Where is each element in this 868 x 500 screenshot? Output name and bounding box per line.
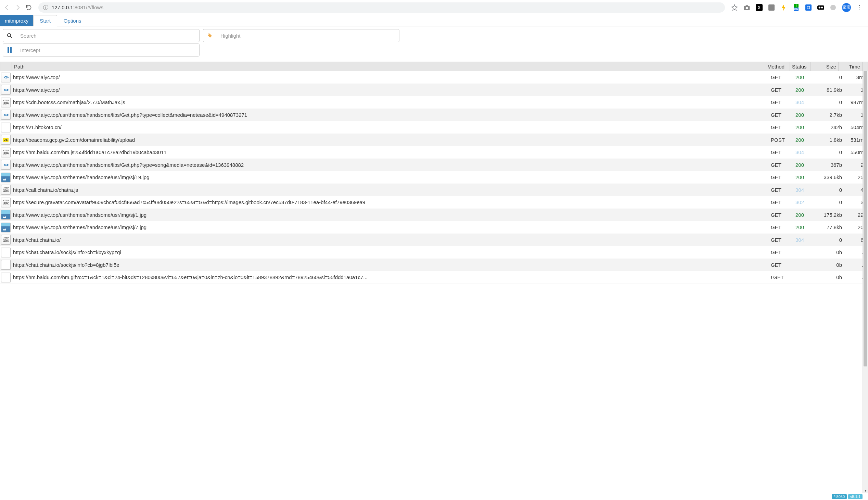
extension-pin-icon[interactable]: [768, 4, 775, 11]
row-icon-cell: HTTP30x: [0, 197, 12, 208]
row-method: GET: [771, 249, 796, 255]
app-tabs: mitmproxy Start Options: [0, 15, 868, 26]
intercept-input[interactable]: [16, 44, 199, 57]
tab-options[interactable]: Options: [57, 15, 88, 26]
row-size: 339.6kb: [816, 174, 844, 180]
extension-on-icon[interactable]: iON: [793, 4, 800, 11]
table-row[interactable]: https://chat.chatra.io/sockjs/info?cb=kb…: [0, 246, 868, 259]
col-status-header[interactable]: Status: [790, 62, 810, 71]
row-method: GET: [771, 87, 796, 93]
brand-label[interactable]: mitmproxy: [0, 15, 33, 26]
table-row[interactable]: https://www.aiyc.top/usr/themes/handsome…: [0, 171, 868, 184]
svg-point-6: [821, 7, 823, 8]
row-status: 304: [796, 187, 816, 193]
scroll-down-arrow-icon[interactable]: ▼: [864, 489, 867, 492]
table-row[interactable]: https://www.aiyc.top/usr/themes/handsome…: [0, 209, 868, 221]
table-row[interactable]: https://www.aiyc.top/GET20003ms: [0, 71, 868, 84]
table-row[interactable]: HTTP304https://cdn.bootcss.com/mathjax/2…: [0, 96, 868, 109]
row-path: https://www.aiyc.top/: [12, 74, 771, 80]
row-size: 0: [816, 199, 844, 205]
forward-arrow-icon[interactable]: [14, 4, 21, 11]
table-row[interactable]: https://www.aiyc.top/usr/themes/handsome…: [0, 221, 868, 234]
table-row[interactable]: https://beacons.gcp.gvt2.com/domainrelia…: [0, 134, 868, 147]
listen-port-badge[interactable]: *:8080: [832, 494, 847, 499]
col-method-header[interactable]: Method: [765, 62, 790, 71]
site-info-icon[interactable]: i: [43, 5, 48, 10]
row-path: https://www.aiyc.top/usr/themes/handsome…: [12, 174, 771, 180]
vertical-scrollbar[interactable]: [863, 71, 868, 493]
blank-file-icon: [1, 273, 11, 282]
bookmark-star-icon[interactable]: [731, 4, 738, 11]
table-row[interactable]: https://v1.hitokoto.cn/GET200242b504ms: [0, 121, 868, 134]
tab-start[interactable]: Start: [33, 15, 57, 26]
row-size: 1.8kb: [816, 137, 844, 143]
extension-square-icon[interactable]: [805, 4, 812, 11]
row-method: GET: [771, 262, 796, 268]
col-path-header[interactable]: Path: [12, 62, 765, 71]
extension-x-icon[interactable]: X: [756, 4, 763, 11]
reload-icon[interactable]: [25, 4, 32, 11]
extension-bolt-icon[interactable]: [780, 4, 787, 11]
row-method: GET: [771, 99, 796, 105]
url-bar[interactable]: i 127.0.0.1:8081/#/flows: [38, 2, 725, 13]
camera-icon[interactable]: [743, 4, 750, 11]
extension-dot-icon[interactable]: [830, 4, 836, 11]
row-status: 200: [796, 74, 816, 80]
row-size: 0: [816, 99, 844, 105]
svg-rect-2: [746, 5, 748, 6]
col-time-header[interactable]: Time: [838, 62, 863, 71]
table-row[interactable]: HTTP304https://call.chatra.io/chatra.jsG…: [0, 184, 868, 196]
col-icon-header[interactable]: [0, 62, 12, 71]
html-file-icon: [1, 110, 11, 120]
table-row[interactable]: HTTP304https://chat.chatra.io/GET30406s: [0, 234, 868, 247]
highlight-group: [203, 29, 400, 42]
row-size: 0: [816, 74, 844, 80]
row-method: GET: [771, 224, 796, 230]
back-arrow-icon[interactable]: [3, 4, 10, 11]
blank-file-icon: [1, 248, 11, 257]
row-status: 200: [796, 162, 816, 168]
svg-point-1: [746, 7, 748, 9]
table-row[interactable]: https://www.aiyc.top/usr/themes/handsome…: [0, 109, 868, 122]
table-row[interactable]: https://www.aiyc.top/GET20081.9kb1s: [0, 84, 868, 96]
row-method: GET: [771, 212, 796, 218]
row-path: https://call.chatra.io/chatra.js: [12, 187, 771, 193]
intercept-bar: [0, 44, 868, 59]
search-input[interactable]: [16, 29, 199, 42]
highlight-input[interactable]: [216, 29, 400, 42]
http-304-icon: HTTP304: [1, 185, 11, 194]
flow-table-header: Path Method Status Size Time: [0, 62, 868, 71]
scrollbar-thumb[interactable]: [864, 71, 867, 366]
profile-avatar[interactable]: 家宝: [842, 3, 851, 12]
svg-line-8: [10, 36, 12, 38]
table-row[interactable]: https://hm.baidu.com/hm.gif?cc=1&ck=1&cl…: [0, 271, 868, 284]
col-size-header[interactable]: Size: [810, 62, 838, 71]
table-row[interactable]: https://chat.chatra.io/sockjs/info?cb=8j…: [0, 259, 868, 272]
row-method: GET: [771, 199, 796, 205]
tag-icon: [203, 29, 216, 42]
flow-rows-container: https://www.aiyc.top/GET20003mshttps://w…: [0, 71, 868, 493]
chrome-menu-icon[interactable]: ⋮: [856, 4, 863, 11]
image-file-icon: [1, 210, 11, 219]
row-size: 0b: [816, 274, 844, 280]
html-file-icon: [1, 72, 11, 82]
row-icon-cell: HTTP304: [0, 234, 12, 245]
table-row[interactable]: https://www.aiyc.top/usr/themes/handsome…: [0, 159, 868, 172]
row-icon-cell: [0, 172, 12, 183]
row-method: GET: [771, 112, 796, 118]
row-icon-cell: HTTP304: [0, 97, 12, 108]
row-size: 242b: [816, 124, 844, 130]
row-status: 304: [796, 237, 816, 243]
http-30x-icon: HTTP30x: [1, 197, 11, 207]
row-icon-cell: HTTP304: [0, 184, 12, 195]
pause-icon[interactable]: [3, 44, 16, 57]
row-size: 77.8kb: [816, 224, 844, 230]
table-row[interactable]: HTTP304https://hm.baidu.com/hm.js?55fddd…: [0, 146, 868, 159]
row-status: 302: [796, 199, 816, 205]
row-method: !GET: [771, 274, 796, 280]
row-icon-cell: [0, 109, 12, 120]
row-size: 0: [816, 187, 844, 193]
table-row[interactable]: HTTP30xhttps://secure.gravatar.com/avata…: [0, 196, 868, 209]
version-badge[interactable]: v5.1.1: [848, 494, 863, 499]
extension-eyes-icon[interactable]: [817, 4, 824, 11]
